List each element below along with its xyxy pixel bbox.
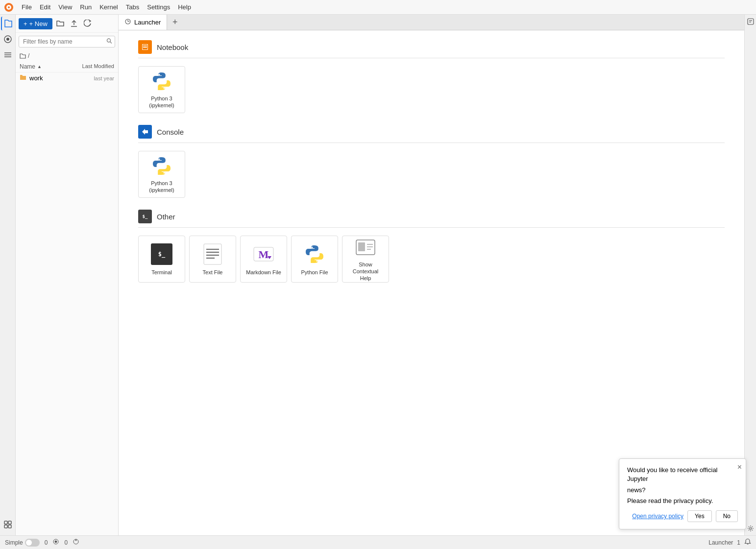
tab-count: 1 bbox=[737, 539, 740, 546]
sidebar-commands-btn[interactable] bbox=[1, 48, 15, 62]
breadcrumb: / bbox=[16, 50, 118, 61]
file-modified-work: last year bbox=[75, 75, 114, 81]
tab-bar: Launcher + bbox=[119, 15, 744, 30]
column-name-label: Name bbox=[20, 63, 35, 70]
menu-kernel[interactable]: Kernel bbox=[96, 2, 122, 12]
breadcrumb-text: / bbox=[28, 52, 29, 59]
simple-mode-toggle[interactable]: Simple bbox=[5, 539, 40, 547]
card-text-file[interactable]: Text File bbox=[189, 236, 236, 283]
add-tab-button[interactable]: + bbox=[167, 15, 183, 30]
notification-popup: × Would you like to receive official Jup… bbox=[619, 458, 746, 529]
kernel-status-icon bbox=[52, 538, 59, 547]
notification-close-btn[interactable]: × bbox=[737, 463, 742, 472]
toggle-switch[interactable] bbox=[25, 539, 40, 547]
notification-no-btn[interactable]: No bbox=[716, 510, 738, 522]
markdown-file-icon: M bbox=[252, 242, 275, 266]
svg-point-41 bbox=[55, 541, 57, 543]
toggle-knob bbox=[26, 540, 32, 546]
refresh-button[interactable] bbox=[82, 18, 94, 29]
new-button[interactable]: + + New bbox=[19, 18, 52, 29]
notification-message1: Would you like to receive official Jupyt… bbox=[627, 466, 738, 483]
notebook-section-header: Notebook bbox=[138, 40, 725, 54]
main-area: Launcher + Notebook bbox=[119, 15, 744, 535]
menu-view[interactable]: View bbox=[54, 2, 76, 12]
file-row-work[interactable]: work last year bbox=[16, 72, 118, 84]
svg-rect-8 bbox=[4, 521, 7, 524]
column-modified[interactable]: Last Modified bbox=[75, 63, 114, 70]
svg-point-13 bbox=[107, 39, 111, 42]
menu-help[interactable]: Help bbox=[174, 2, 195, 12]
svg-point-2 bbox=[8, 6, 10, 8]
menu-file[interactable]: File bbox=[18, 2, 36, 12]
menu-edit[interactable]: Edit bbox=[36, 2, 54, 12]
notebook-divider bbox=[138, 58, 725, 58]
python3-notebook-label: Python 3 (ipykernel) bbox=[143, 95, 181, 109]
tab-launcher-label: Launcher bbox=[134, 19, 161, 26]
contextual-help-label: Show Contextual Help bbox=[346, 261, 385, 282]
notification-message3: Please read the privacy policy. bbox=[627, 497, 738, 505]
column-modified-label: Last Modified bbox=[82, 63, 114, 69]
search-input[interactable] bbox=[19, 36, 115, 48]
status-bar: Simple 0 0 Launcher 1 bbox=[0, 535, 756, 549]
other-cards: $_ Terminal bbox=[138, 236, 725, 283]
contextual-help-icon bbox=[354, 237, 377, 258]
property-inspector-btn[interactable] bbox=[746, 17, 756, 26]
svg-line-14 bbox=[110, 42, 112, 44]
other-section-label: Other bbox=[157, 213, 175, 221]
card-contextual-help[interactable]: Show Contextual Help bbox=[342, 236, 389, 283]
status-count1: 0 bbox=[45, 539, 48, 546]
bell-icon[interactable] bbox=[744, 538, 751, 547]
svg-rect-36 bbox=[748, 19, 754, 24]
column-name[interactable]: Name ▲ bbox=[20, 63, 75, 70]
card-markdown-file[interactable]: M Markdown File bbox=[240, 236, 287, 283]
text-file-label: Text File bbox=[203, 269, 223, 276]
console-section-header: Console bbox=[138, 125, 725, 139]
python-file-icon bbox=[303, 242, 326, 266]
sidebar-running-btn[interactable] bbox=[1, 32, 15, 46]
other-section-header: $_ Other bbox=[138, 210, 725, 223]
svg-rect-21 bbox=[143, 47, 147, 48]
file-list-header: Name ▲ Last Modified bbox=[16, 61, 118, 72]
notebook-section-label: Notebook bbox=[157, 43, 188, 51]
python-file-label: Python File bbox=[301, 269, 328, 276]
svg-text:M: M bbox=[259, 248, 269, 261]
activity-icon bbox=[73, 538, 79, 547]
text-file-icon bbox=[201, 242, 224, 266]
menu-settings[interactable]: Settings bbox=[143, 2, 174, 12]
svg-point-39 bbox=[750, 527, 752, 529]
upload-button[interactable] bbox=[68, 18, 80, 29]
svg-rect-32 bbox=[358, 242, 365, 251]
card-python3-console[interactable]: Python 3 (ipykernel) bbox=[138, 151, 185, 198]
python-console-icon bbox=[150, 155, 173, 177]
open-privacy-policy-link[interactable]: Open privacy policy bbox=[632, 513, 683, 520]
simple-mode-label: Simple bbox=[5, 539, 23, 546]
sidebar-files-btn[interactable] bbox=[1, 17, 15, 30]
status-count2: 0 bbox=[64, 539, 68, 546]
sidebar-extensions-btn[interactable] bbox=[1, 518, 15, 531]
search-box bbox=[19, 36, 115, 48]
other-divider bbox=[138, 227, 725, 228]
terminal-label: Terminal bbox=[151, 269, 172, 276]
terminal-icon: $_ bbox=[150, 242, 173, 266]
tab-launcher[interactable]: Launcher bbox=[119, 15, 167, 30]
notification-message2: news? bbox=[627, 486, 738, 495]
icon-sidebar bbox=[0, 15, 16, 535]
menu-tabs[interactable]: Tabs bbox=[122, 2, 143, 12]
settings-btn[interactable] bbox=[746, 524, 756, 533]
card-terminal[interactable]: $_ Terminal bbox=[138, 236, 185, 283]
notebook-cards: Python 3 (ipykernel) bbox=[138, 66, 725, 113]
notification-actions: Open privacy policy Yes No bbox=[627, 510, 738, 522]
card-python-file[interactable]: Python File bbox=[291, 236, 338, 283]
other-section-icon: $_ bbox=[138, 210, 152, 223]
console-section-icon bbox=[138, 125, 152, 139]
card-python3-notebook[interactable]: Python 3 (ipykernel) bbox=[138, 66, 185, 113]
launcher-tab-icon bbox=[124, 18, 131, 26]
console-divider bbox=[138, 143, 725, 143]
svg-rect-11 bbox=[8, 525, 11, 528]
notification-yes-btn[interactable]: Yes bbox=[687, 510, 712, 522]
app-logo bbox=[4, 2, 14, 12]
menu-run[interactable]: Run bbox=[76, 2, 96, 12]
svg-marker-22 bbox=[142, 129, 148, 135]
open-folder-button[interactable] bbox=[54, 18, 66, 29]
new-button-label: + New bbox=[29, 20, 48, 27]
